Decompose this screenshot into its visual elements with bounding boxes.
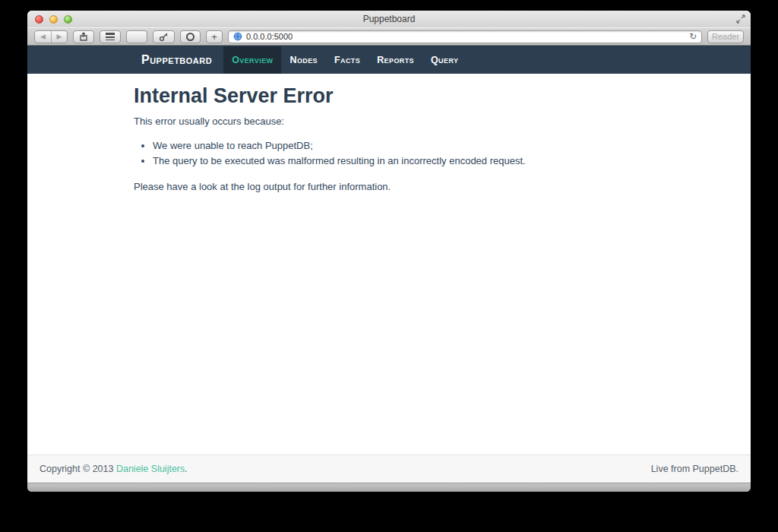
author-link[interactable]: Daniele Sluijters (116, 464, 185, 474)
circle-extension-icon (186, 33, 194, 41)
reading-list-button[interactable] (100, 30, 121, 43)
copyright-suffix: . (185, 464, 187, 474)
reader-button[interactable]: Reader (707, 30, 744, 43)
browser-toolbar: ◀ ▶ + 0.0 (27, 27, 751, 46)
nav-item-query[interactable]: Query (422, 46, 466, 74)
traffic-lights (35, 11, 72, 27)
nav-item-nodes[interactable]: Nodes (281, 46, 326, 74)
app-navbar: Puppetboard Overview Nodes Facts Reports… (27, 46, 751, 74)
error-outro: Please have a look at the log output for… (134, 181, 720, 193)
nav-item-overview[interactable]: Overview (223, 46, 281, 74)
error-intro: This error usually occurs because: (134, 116, 720, 128)
fullscreen-icon[interactable] (736, 14, 745, 24)
error-reason: We were unable to reach PuppetDB; (153, 140, 720, 152)
nav-item-facts[interactable]: Facts (326, 46, 368, 74)
extension-button[interactable] (180, 30, 201, 43)
titlebar: Puppetboard (27, 11, 751, 27)
key-icon (159, 32, 169, 42)
address-bar[interactable]: 0.0.0.0:5000 ↻ (228, 30, 702, 43)
back-button[interactable]: ◀ (35, 31, 51, 43)
reload-icon[interactable]: ↻ (689, 32, 697, 41)
copyright-text: Copyright © 2013 Daniele Sluijters. (40, 464, 188, 474)
minimize-window-button[interactable] (49, 15, 58, 24)
page-footer: Copyright © 2013 Daniele Sluijters. Live… (27, 454, 751, 483)
close-window-button[interactable] (35, 15, 43, 24)
error-reason: The query to be executed was malformed r… (153, 155, 720, 167)
main-content: Internal Server Error This error usually… (27, 74, 751, 454)
globe-icon (233, 32, 242, 41)
history-nav: ◀ ▶ (34, 30, 68, 43)
nav-item-reports[interactable]: Reports (368, 46, 422, 74)
list-lines-icon (106, 33, 115, 40)
share-icon (79, 32, 88, 41)
live-from-puppetdb-text: Live from PuppetDB. (651, 464, 738, 474)
password-extension-button[interactable] (153, 30, 175, 43)
navbar-brand[interactable]: Puppetboard (134, 46, 220, 74)
browser-window: Puppetboard ◀ ▶ (27, 11, 751, 492)
window-bottom-edge (27, 483, 751, 492)
share-button[interactable] (73, 30, 94, 43)
error-reason-list: We were unable to reach PuppetDB; The qu… (134, 140, 720, 167)
zoom-window-button[interactable] (64, 15, 72, 24)
new-tab-button[interactable]: + (206, 30, 223, 43)
copyright-prefix: Copyright © 2013 (40, 464, 116, 474)
url-text[interactable]: 0.0.0.0:5000 (246, 32, 293, 41)
window-title: Puppetboard (363, 14, 416, 24)
page-title: Internal Server Error (134, 84, 720, 108)
forward-button[interactable]: ▶ (51, 31, 67, 43)
blank-toolbar-button[interactable] (126, 30, 147, 43)
